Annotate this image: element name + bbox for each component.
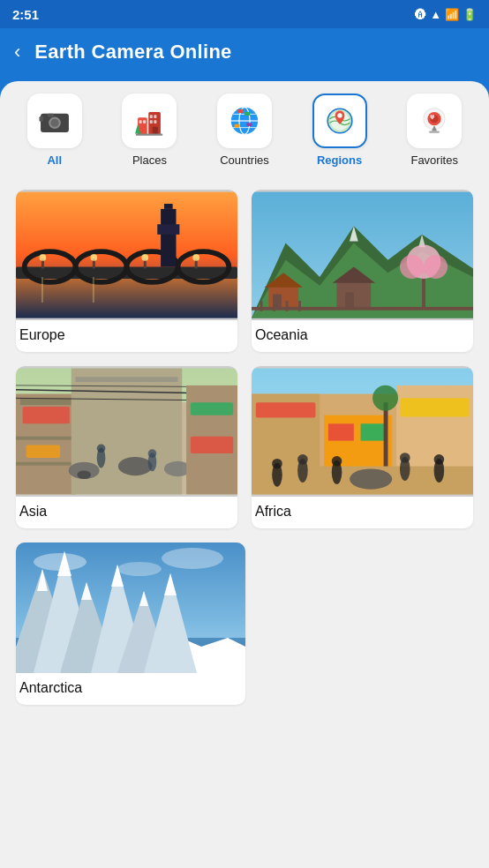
svg-point-72	[400, 255, 424, 279]
favorites-icon-box	[407, 94, 462, 148]
all-icon-box	[27, 94, 82, 148]
svg-rect-40	[161, 209, 176, 267]
svg-point-137	[34, 553, 87, 571]
tab-places[interactable]: Places	[114, 94, 184, 176]
svg-rect-4	[47, 114, 54, 117]
svg-rect-79	[16, 462, 76, 466]
back-button[interactable]: ‹	[14, 42, 20, 62]
svg-point-114	[297, 454, 308, 465]
svg-point-28	[337, 113, 342, 117]
svg-rect-104	[328, 423, 354, 440]
tab-regions-label: Regions	[317, 153, 362, 167]
places-icon	[132, 104, 166, 138]
svg-rect-22	[244, 112, 250, 116]
svg-rect-9	[150, 115, 153, 118]
category-bar: All Places	[0, 81, 489, 176]
svg-rect-23	[235, 124, 240, 128]
svg-point-120	[434, 454, 445, 465]
svg-rect-10	[154, 115, 157, 118]
region-card-asia[interactable]: Asia	[16, 366, 237, 528]
region-grid: Europe	[16, 190, 473, 705]
tab-countries-label: Countries	[220, 153, 269, 167]
tab-places-label: Places	[132, 153, 167, 167]
svg-rect-41	[157, 224, 179, 235]
tab-all-label: All	[47, 153, 62, 167]
svg-point-116	[332, 456, 342, 467]
android-icon: 🅐	[415, 8, 426, 21]
battery-icon: 🔋	[463, 8, 477, 21]
svg-point-45	[40, 254, 47, 261]
svg-rect-107	[401, 398, 469, 416]
svg-point-89	[118, 457, 153, 475]
svg-rect-53	[93, 277, 94, 303]
tab-favorites-label: Favorites	[410, 153, 457, 167]
svg-rect-21	[237, 109, 243, 113]
region-card-oceania[interactable]: Oceania	[252, 190, 473, 352]
svg-point-73	[424, 255, 448, 279]
all-icon	[38, 104, 71, 138]
region-label-asia: Asia	[16, 497, 237, 528]
svg-rect-97	[191, 402, 233, 415]
svg-point-109	[372, 385, 398, 411]
svg-point-3	[50, 119, 58, 127]
svg-rect-12	[154, 120, 157, 123]
wifi-icon: ▲	[430, 8, 441, 21]
svg-point-88	[78, 470, 91, 479]
category-bar-wrapper: All Places	[0, 81, 489, 176]
countries-icon	[228, 104, 261, 138]
region-label-oceania: Oceania	[252, 320, 473, 352]
svg-point-49	[141, 254, 148, 261]
region-image-africa	[252, 366, 473, 497]
tab-favorites[interactable]: Favorites	[399, 94, 470, 176]
svg-point-112	[272, 459, 282, 469]
svg-point-139	[117, 562, 162, 576]
places-icon-box	[122, 94, 177, 148]
svg-point-47	[90, 254, 97, 261]
region-label-europe: Europe	[16, 320, 237, 352]
region-label-africa: Africa	[252, 497, 473, 528]
status-icons: 🅐 ▲ 📶 🔋	[415, 8, 477, 21]
signal-icon: 📶	[445, 8, 459, 21]
status-bar: 2:51 🅐 ▲ 📶 🔋	[0, 0, 489, 28]
header: ‹ Earth Camera Online	[0, 28, 489, 81]
svg-rect-24	[246, 123, 252, 126]
main-content: Europe	[0, 176, 489, 722]
status-time: 2:51	[12, 7, 39, 22]
countries-icon-box	[217, 94, 272, 148]
tab-all[interactable]: All	[19, 94, 90, 176]
region-label-antarctica: Antarctica	[16, 673, 245, 705]
svg-rect-1	[39, 116, 43, 122]
region-image-europe	[16, 190, 237, 320]
svg-rect-14	[136, 133, 162, 135]
tab-countries[interactable]: Countries	[209, 94, 280, 176]
svg-rect-77	[20, 398, 71, 405]
svg-point-51	[192, 254, 199, 261]
svg-rect-80	[23, 407, 70, 423]
svg-rect-32	[429, 131, 440, 132]
svg-rect-43	[164, 204, 173, 209]
regions-icon-box	[312, 94, 367, 148]
region-image-asia	[16, 366, 237, 497]
svg-rect-8	[144, 120, 147, 123]
svg-point-118	[400, 453, 410, 463]
tab-regions[interactable]: Regions	[305, 94, 375, 176]
svg-rect-78	[16, 437, 76, 440]
svg-point-121	[350, 468, 392, 489]
region-card-europe[interactable]: Europe	[16, 190, 237, 352]
svg-point-93	[97, 444, 106, 453]
regions-icon	[323, 104, 357, 138]
region-card-africa[interactable]: Africa	[252, 366, 473, 528]
region-image-oceania	[252, 190, 473, 320]
svg-rect-105	[361, 423, 387, 440]
svg-rect-98	[191, 437, 233, 453]
svg-point-95	[148, 449, 157, 458]
svg-rect-65	[252, 307, 473, 311]
favorites-icon	[418, 104, 451, 138]
page-title: Earth Camera Online	[34, 41, 231, 64]
svg-rect-52	[41, 277, 43, 303]
svg-rect-68	[286, 301, 289, 311]
svg-rect-83	[76, 377, 178, 382]
region-image-antarctica	[16, 542, 245, 673]
svg-rect-106	[256, 402, 316, 417]
region-card-antarctica[interactable]: Antarctica	[16, 542, 245, 705]
